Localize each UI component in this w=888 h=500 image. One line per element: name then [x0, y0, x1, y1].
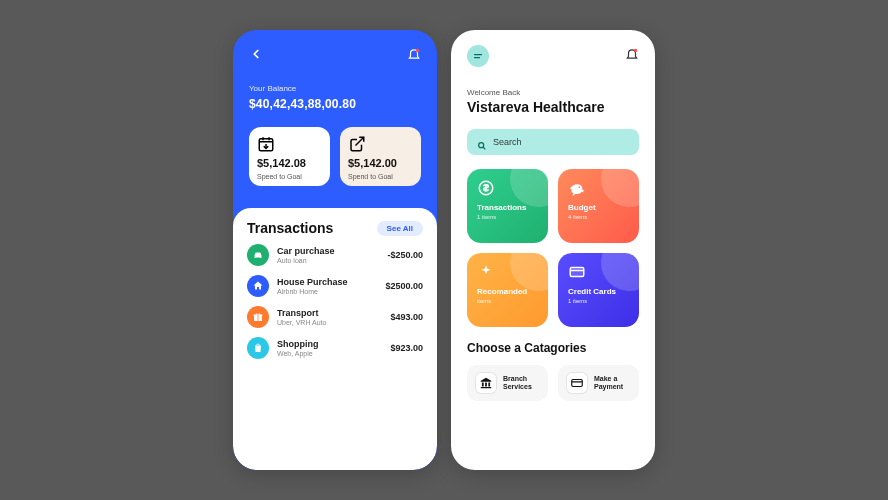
balance-screen: Your Balance $40,42,43,88,00.80 $5,142.0… [233, 30, 437, 470]
transaction-title: Transport [277, 308, 382, 318]
back-icon[interactable] [249, 47, 263, 61]
category-label: Make a [594, 375, 623, 383]
welcome-title: Vistareva Healthcare [467, 99, 639, 115]
see-all-button[interactable]: See All [377, 221, 423, 236]
search-placeholder: Search [493, 137, 522, 147]
home-icon [247, 275, 269, 297]
category-label: Services [503, 383, 532, 391]
transaction-amount: $923.00 [390, 343, 423, 353]
category-label: Payment [594, 383, 623, 391]
dollar-circle-icon [477, 179, 495, 197]
transaction-sub: Web, Apple [277, 350, 382, 357]
transaction-title: House Purchase [277, 277, 377, 287]
shopping-bag-icon [247, 337, 269, 359]
tile-credit-cards[interactable]: Credit Cards 1 items [558, 253, 639, 327]
transaction-amount: -$250.00 [387, 250, 423, 260]
transactions-list: Car purchase Auto loan -$250.00 House Pu… [247, 244, 423, 359]
tile-transactions[interactable]: Transactions 1 items [467, 169, 548, 243]
svg-rect-18 [570, 268, 584, 277]
transaction-sub: Uber, VRH Auto [277, 319, 382, 326]
categories-section: Choose a Catagories Branch Services [467, 341, 639, 401]
svg-line-5 [356, 137, 364, 145]
card-icon [566, 372, 588, 394]
sparkle-icon [477, 263, 495, 281]
search-input[interactable]: Search [467, 129, 639, 155]
balance-screen-header: Your Balance $40,42,43,88,00.80 $5,142.0… [233, 30, 437, 194]
goal-card-amount: $5,142.00 [348, 157, 413, 169]
svg-point-13 [634, 49, 638, 53]
transaction-sub: Auto loan [277, 257, 379, 264]
transaction-title: Car purchase [277, 246, 379, 256]
svg-rect-20 [572, 380, 583, 387]
tile-title: Budget [568, 203, 629, 212]
calendar-download-icon [257, 135, 275, 153]
transaction-title: Shopping [277, 339, 382, 349]
welcome-block: Welcome Back Vistareva Healthcare [467, 88, 639, 115]
avatar[interactable] [467, 45, 489, 67]
balance-amount: $40,42,43,88,00.80 [249, 97, 421, 111]
goal-card-spend[interactable]: $5,142.00 Spend to Goal [340, 127, 421, 186]
piggy-bank-icon [568, 179, 586, 197]
transactions-title: Transactions [247, 220, 333, 236]
svg-point-17 [579, 187, 581, 189]
tile-title: Recomanded [477, 287, 538, 296]
gift-icon [247, 306, 269, 328]
transaction-sub: Airbnb Home [277, 288, 377, 295]
transaction-amount: $493.00 [390, 312, 423, 322]
category-branch-services[interactable]: Branch Services [467, 365, 548, 401]
bell-icon[interactable] [407, 47, 421, 61]
category-make-payment[interactable]: Make a Payment [558, 365, 639, 401]
svg-point-14 [479, 143, 484, 148]
svg-point-6 [255, 256, 256, 257]
bell-icon[interactable] [625, 47, 639, 65]
goal-card-label: Speed to Goal [257, 173, 322, 180]
svg-point-7 [259, 256, 260, 257]
transaction-row[interactable]: Shopping Web, Apple $923.00 [247, 337, 423, 359]
balance-block: Your Balance $40,42,43,88,00.80 [249, 84, 421, 111]
tile-recommended[interactable]: Recomanded items [467, 253, 548, 327]
tile-grid: Transactions 1 items Budget 4 items Reco… [467, 169, 639, 327]
welcome-label: Welcome Back [467, 88, 639, 97]
transaction-amount: $2500.00 [385, 281, 423, 291]
tile-sub: 1 items [568, 298, 629, 304]
transaction-row[interactable]: House Purchase Airbnb Home $2500.00 [247, 275, 423, 297]
home-screen: Welcome Back Vistareva Healthcare Search… [451, 30, 655, 470]
goal-card-amount: $5,142.08 [257, 157, 322, 169]
tile-budget[interactable]: Budget 4 items [558, 169, 639, 243]
tile-sub: items [477, 298, 538, 304]
goal-card-label: Spend to Goal [348, 173, 413, 180]
tile-title: Credit Cards [568, 287, 629, 296]
transaction-row[interactable]: Transport Uber, VRH Auto $493.00 [247, 306, 423, 328]
categories-title: Choose a Catagories [467, 341, 639, 355]
svg-line-15 [483, 147, 485, 149]
transactions-panel: Transactions See All Car purchase Auto l… [233, 208, 437, 470]
svg-point-0 [416, 49, 420, 53]
goal-card-speed[interactable]: $5,142.08 Speed to Goal [249, 127, 330, 186]
tile-sub: 1 items [477, 214, 538, 220]
bank-icon [475, 372, 497, 394]
car-icon [247, 244, 269, 266]
external-link-icon [348, 135, 366, 153]
tile-sub: 4 items [568, 214, 629, 220]
category-label: Branch [503, 375, 532, 383]
transaction-row[interactable]: Car purchase Auto loan -$250.00 [247, 244, 423, 266]
balance-label: Your Balance [249, 84, 421, 93]
search-icon [477, 137, 487, 147]
tile-title: Transactions [477, 203, 538, 212]
credit-card-icon [568, 263, 586, 281]
